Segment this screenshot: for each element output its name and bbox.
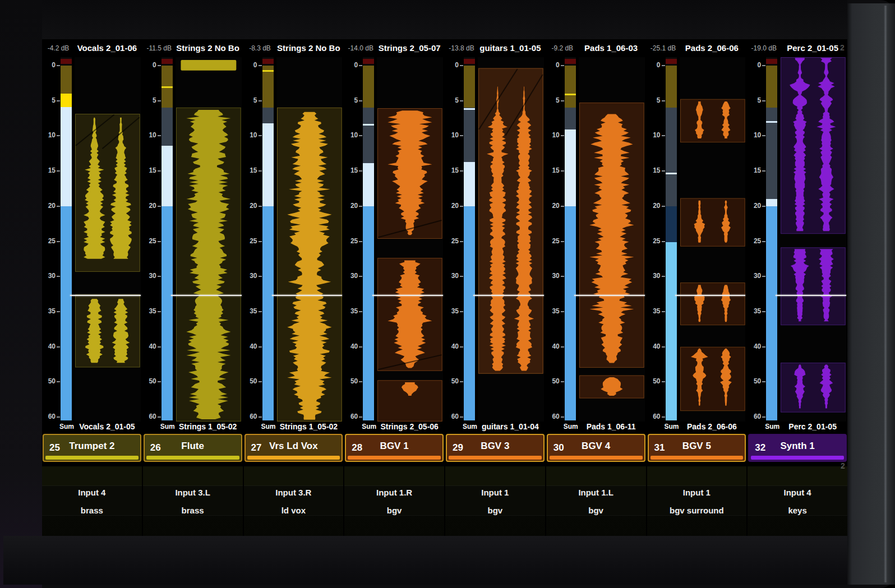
scale-tick-label: 40 — [344, 342, 358, 350]
scale-tick-mark — [662, 65, 665, 66]
track-name-top: Strings 2 No Bo — [275, 43, 343, 53]
scale-tick-label: 25 — [445, 237, 459, 245]
scale-tick-label: 10 — [748, 131, 761, 139]
strip-header: -14.0 dB Strings 2_05-07 — [344, 39, 444, 57]
input-group: ld vox — [244, 506, 344, 515]
waveform-display — [478, 57, 544, 422]
monitor-bezel: -4.2 dB Vocals 2_01-06 05101520253035405… — [0, 0, 895, 588]
waveform-display — [680, 57, 746, 422]
scale-tick-label: 15 — [546, 166, 560, 174]
channel-select-button[interactable]: 27 Vrs Ld Vox — [244, 434, 343, 462]
bezel-edge-highlight — [884, 6, 887, 582]
channel-select-button[interactable]: 30 BGV 4 — [547, 434, 645, 462]
scale-tick-label: 10 — [344, 131, 358, 139]
strip-footer: Sum Pads 1_06-11 — [546, 422, 646, 433]
scale-tick-label: 10 — [143, 131, 156, 139]
channel-select-button[interactable]: 29 BGV 3 — [446, 434, 545, 462]
scale-tick-label: 25 — [546, 237, 560, 245]
clip-indicator — [666, 59, 677, 64]
track-name-top: Strings 2 No Bo — [174, 43, 242, 53]
scale-tick-mark — [460, 65, 463, 66]
input-info: Input 1.R bgv — [344, 466, 444, 536]
scale-tick-mark — [57, 241, 60, 242]
meter-segment — [565, 206, 576, 420]
channel-select-button[interactable]: 26 Flute — [144, 434, 242, 462]
track-name-bottom: Perc 2_01-05 — [779, 422, 846, 431]
scale-tick-mark — [460, 381, 463, 382]
meter-segment — [464, 206, 475, 420]
scale-tick-mark — [259, 65, 262, 66]
scale-tick-mark — [57, 170, 60, 172]
scale-tick-label: 5 — [445, 96, 459, 104]
track-name-top: Strings 2_05-07 — [376, 43, 443, 53]
peak-hold-line — [262, 70, 274, 72]
input-name: Input 4 — [42, 488, 142, 497]
meter-segment — [565, 129, 576, 206]
scale-tick-mark — [359, 100, 362, 101]
scale-tick-label: 25 — [244, 237, 257, 245]
channel-select-button[interactable]: 28 BGV 1 — [345, 434, 444, 462]
scale-tick-label: 35 — [344, 307, 358, 315]
bezel-top — [3, 0, 847, 39]
channel-color-stripe — [651, 456, 744, 460]
strip-header: -9.2 dB Pads 1_06-03 — [546, 39, 646, 57]
input-info: Input 3.L brass — [143, 466, 243, 536]
meter-row: 05101520253035405060 — [244, 57, 344, 422]
scale-tick-mark — [57, 135, 60, 136]
scale-tick-label: 20 — [546, 202, 560, 210]
scale-tick-mark — [762, 381, 765, 382]
scale-tick-mark — [359, 311, 362, 312]
scale-tick-label: 60 — [546, 413, 560, 420]
scale-tick-label: 60 — [244, 413, 257, 420]
scale-tick-mark — [460, 206, 463, 207]
input-group: keys — [748, 506, 847, 515]
scale-tick-mark — [762, 206, 765, 207]
scale-tick-mark — [762, 170, 765, 172]
channel-select-button[interactable]: 32 Synth 1 — [748, 434, 847, 462]
scale-tick-label: 40 — [143, 342, 156, 350]
input-name: Input 1 — [445, 488, 545, 497]
meter-bar — [363, 57, 374, 422]
scale-tick-label: 25 — [143, 237, 156, 245]
track-name-bottom: Strings 2_05-06 — [376, 422, 443, 431]
scale-tick-mark — [662, 381, 665, 382]
input-info: Input 1 bgv — [445, 466, 545, 536]
scale-tick-mark — [259, 206, 262, 207]
scale-tick-label: 15 — [647, 166, 661, 174]
scale-tick-label: 30 — [344, 272, 358, 280]
scale-tick-label: 0 — [647, 61, 661, 69]
channel-number: 30 — [553, 442, 564, 453]
scale-tick-label: 60 — [748, 413, 761, 420]
scale-tick-mark — [662, 135, 665, 136]
strip-footer: Sum Strings 2_05-06 — [344, 422, 444, 433]
scale-tick-label: 35 — [244, 307, 257, 315]
meter-scale: 05101520253035405060 — [244, 57, 262, 422]
scale-tick-mark — [460, 416, 463, 418]
track-name-top: Perc 2_01-05 — [779, 43, 846, 53]
scale-tick-mark — [762, 346, 765, 348]
channel-select-button[interactable]: 25 Trumpet 2 — [43, 434, 141, 462]
scale-tick-label: 30 — [546, 272, 560, 280]
scale-tick-mark — [762, 311, 765, 312]
scale-tick-label: 30 — [748, 272, 761, 280]
scale-tick-mark — [158, 65, 161, 66]
scale-tick-label: 20 — [42, 202, 56, 210]
scale-tick-mark — [158, 416, 161, 418]
scale-tick-mark — [57, 346, 60, 348]
input-group: bgv — [344, 506, 444, 515]
scale-tick-label: 5 — [344, 96, 358, 104]
scale-tick-label: 50 — [244, 377, 257, 385]
scale-tick-label: 15 — [244, 166, 257, 174]
peak-hold-line — [666, 173, 677, 174]
scale-tick-label: 40 — [546, 342, 560, 350]
scale-tick-label: 5 — [546, 96, 560, 104]
playhead-line — [675, 295, 746, 296]
meter-segment — [162, 206, 173, 420]
scale-tick-label: 60 — [143, 413, 156, 420]
channel-select-button[interactable]: 31 BGV 5 — [648, 434, 746, 462]
meter-segment — [262, 123, 274, 206]
clip-indicator — [363, 59, 374, 64]
scale-tick-label: 40 — [244, 342, 257, 350]
meter-segment — [464, 66, 475, 108]
scale-tick-label: 10 — [244, 131, 257, 139]
